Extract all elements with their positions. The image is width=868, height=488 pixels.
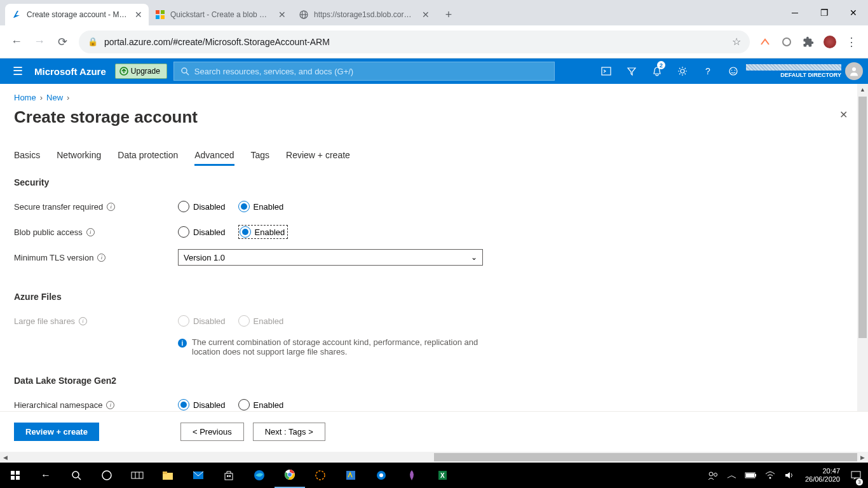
store-icon[interactable]	[214, 463, 244, 488]
review-create-button[interactable]: Review + create	[14, 423, 99, 441]
svg-rect-2	[161, 10, 165, 14]
user-avatar-icon[interactable]	[845, 62, 863, 80]
azure-header-icons: 2 ? DEFAULT DIRECTORY	[593, 58, 863, 84]
breadcrumb-home[interactable]: Home	[14, 93, 36, 102]
taskbar-app-1[interactable]	[305, 463, 336, 488]
info-icon[interactable]: i	[79, 317, 87, 325]
info-icon[interactable]: i	[97, 254, 105, 262]
profile-avatar[interactable]	[824, 36, 836, 48]
info-icon[interactable]: i	[107, 203, 115, 211]
notifications-icon[interactable]: 2	[644, 58, 670, 84]
browser-menu-button[interactable]: ⋮	[840, 35, 863, 49]
content-scrollbar[interactable]: ▲ ▼	[857, 84, 868, 463]
reload-button[interactable]: ⟳	[51, 30, 74, 53]
svg-rect-33	[227, 475, 229, 477]
tab-close-icon[interactable]: ✕	[422, 10, 430, 20]
svg-point-23	[72, 471, 79, 478]
volume-icon[interactable]	[780, 463, 799, 488]
excel-icon[interactable]: X	[427, 463, 458, 488]
file-explorer-icon[interactable]	[153, 463, 183, 488]
extension-icon-1[interactable]	[759, 36, 771, 48]
radio-blob-public-enabled[interactable]: Enabled	[240, 226, 285, 238]
cortana-icon[interactable]	[92, 463, 122, 488]
azure-brand[interactable]: Microsoft Azure	[31, 66, 115, 77]
info-icon[interactable]: i	[86, 228, 95, 236]
settings-gear-icon[interactable]	[670, 58, 695, 84]
maximize-button[interactable]: ❐	[810, 0, 839, 25]
page-content: Home › New › Create storage account ✕ Ba…	[0, 84, 868, 463]
scroll-thumb[interactable]	[858, 97, 867, 338]
taskbar-app-3[interactable]	[366, 463, 397, 488]
taskbar-search-icon[interactable]	[61, 463, 92, 488]
scroll-left-arrow-icon[interactable]: ◀	[0, 454, 11, 461]
chrome-icon[interactable]	[275, 463, 305, 488]
svg-rect-21	[11, 476, 15, 480]
start-button[interactable]	[0, 463, 31, 488]
azure-search-input[interactable]: Search resources, services, and docs (G+…	[173, 62, 555, 81]
radio-hns-disabled[interactable]: Disabled	[178, 399, 226, 410]
task-view-icon[interactable]	[122, 463, 153, 488]
radio-blob-public-disabled[interactable]: Disabled	[178, 226, 226, 238]
forward-button[interactable]: →	[28, 30, 51, 53]
action-center-icon[interactable]: 3	[846, 463, 865, 488]
taskbar-app-2[interactable]	[336, 463, 366, 488]
extension-icon-2[interactable]	[780, 36, 793, 48]
directory-filter-icon[interactable]	[619, 58, 644, 84]
people-icon[interactable]	[703, 463, 722, 488]
row-tls-version: Minimum TLS version i Version 1.0 ⌄	[14, 245, 854, 270]
taskbar-back-icon[interactable]: ←	[31, 463, 61, 488]
mail-icon[interactable]	[183, 463, 214, 488]
tab-close-icon[interactable]: ✕	[278, 10, 286, 20]
bookmark-star-icon[interactable]: ☆	[732, 36, 741, 48]
user-account-block[interactable]: DEFAULT DIRECTORY	[746, 64, 845, 79]
radio-secure-transfer-enabled[interactable]: Enabled	[238, 201, 284, 212]
hscroll-thumb[interactable]	[434, 453, 857, 461]
help-icon[interactable]: ?	[695, 58, 721, 84]
tab-review-create[interactable]: Review + create	[286, 150, 350, 166]
portal-menu-button[interactable]: ☰	[5, 64, 31, 78]
tab-tags[interactable]: Tags	[251, 150, 270, 166]
radio-hns-enabled[interactable]: Enabled	[238, 399, 284, 410]
tls-version-select[interactable]: Version 1.0 ⌄	[178, 249, 483, 266]
extensions-puzzle-icon[interactable]	[802, 36, 815, 48]
breadcrumb-new[interactable]: New	[46, 93, 63, 102]
page-title: Create storage account	[14, 107, 198, 127]
svg-marker-0	[13, 11, 20, 18]
tray-chevron-up-icon[interactable]: ︿	[722, 463, 742, 488]
new-tab-button[interactable]: +	[440, 6, 458, 24]
horizontal-scrollbar[interactable]: ◀ ▶	[0, 452, 868, 463]
tab-data-protection[interactable]: Data protection	[118, 150, 178, 166]
wifi-icon[interactable]	[761, 463, 780, 488]
battery-icon[interactable]	[742, 463, 761, 488]
scroll-right-arrow-icon[interactable]: ▶	[857, 454, 868, 461]
tab-basics[interactable]: Basics	[14, 150, 40, 166]
radio-secure-transfer-disabled[interactable]: Disabled	[178, 201, 226, 212]
info-icon[interactable]: i	[106, 401, 114, 409]
browser-tab-2[interactable]: Quickstart - Create a blob with ✕	[149, 4, 292, 25]
svg-rect-51	[851, 471, 860, 478]
taskbar-app-4[interactable]	[397, 463, 427, 488]
tls-version-value: Version 1.0	[184, 253, 225, 262]
upgrade-button[interactable]: Upgrade	[115, 64, 167, 79]
feedback-icon[interactable]	[721, 58, 746, 84]
browser-tab-3[interactable]: https://storage1sd.blob.core.w ✕	[292, 4, 436, 25]
minimize-button[interactable]: ─	[780, 0, 810, 25]
tab-advanced[interactable]: Advanced	[194, 150, 234, 166]
scroll-up-arrow-icon[interactable]: ▲	[857, 84, 868, 95]
browser-tab-1[interactable]: Create storage account - Micro ✕	[5, 4, 149, 25]
svg-rect-22	[16, 476, 20, 480]
next-button[interactable]: Next : Tags >	[253, 423, 325, 441]
chevron-down-icon: ⌄	[471, 253, 477, 262]
back-button[interactable]: ←	[5, 30, 28, 53]
tab-close-icon[interactable]: ✕	[135, 10, 142, 20]
edge-icon[interactable]	[244, 463, 275, 488]
tab-networking[interactable]: Networking	[57, 150, 101, 166]
address-bar[interactable]: 🔒 portal.azure.com/#create/Microsoft.Sto…	[79, 30, 750, 53]
previous-button[interactable]: < Previous	[180, 423, 244, 441]
cloud-shell-icon[interactable]	[593, 58, 619, 84]
directory-label: DEFAULT DIRECTORY	[746, 72, 841, 79]
svg-rect-26	[132, 472, 143, 478]
close-blade-icon[interactable]: ✕	[839, 109, 854, 121]
taskbar-clock[interactable]: 20:47 26/06/2020	[799, 467, 846, 484]
close-window-button[interactable]: ✕	[839, 0, 868, 25]
